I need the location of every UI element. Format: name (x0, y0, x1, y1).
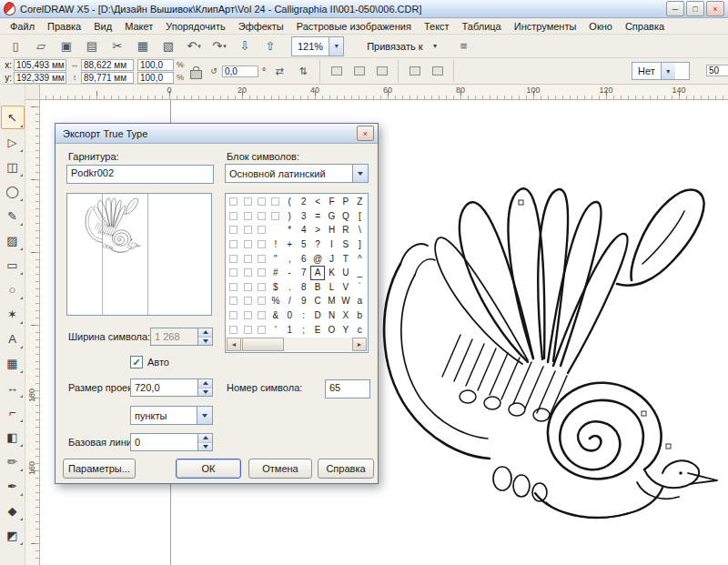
char-cell[interactable]: \ (353, 223, 367, 237)
baseline-spinner[interactable]: 0 (130, 433, 213, 451)
char-cell[interactable]: $ (268, 280, 282, 295)
char-cell[interactable]: 4 (297, 223, 310, 237)
spin-up-icon[interactable] (198, 328, 212, 338)
char-number-input[interactable]: 65 (325, 379, 370, 399)
char-cell[interactable]: D (310, 308, 324, 323)
char-cell[interactable]: @ (310, 251, 324, 266)
outline-pen-tool[interactable]: ✒ (1, 474, 25, 498)
chevron-down-icon[interactable]: ▾ (429, 37, 442, 55)
char-grid-scrollbar[interactable]: ◄ ► (227, 338, 367, 351)
ellipse-tool[interactable]: ○ (1, 277, 25, 301)
export-button[interactable]: ⇧ (258, 35, 282, 57)
char-cell[interactable]: Z (353, 195, 367, 209)
scroll-right-button[interactable]: ► (352, 338, 367, 351)
char-cell[interactable]: 7 (297, 266, 310, 280)
fill-tool[interactable]: ◆ (1, 499, 25, 522)
copy-button[interactable]: ▦ (131, 35, 155, 57)
menu-item-1[interactable]: Файл (4, 19, 41, 34)
char-cell[interactable] (255, 322, 268, 337)
char-cell[interactable]: 6 (297, 251, 310, 266)
char-cell[interactable]: H (325, 223, 339, 237)
connector-tool[interactable]: ⌐ (1, 400, 25, 424)
char-cell[interactable] (240, 308, 254, 323)
rectangle-tool[interactable]: ▭ (1, 253, 25, 277)
char-cell[interactable] (227, 294, 240, 308)
char-cell[interactable]: F (325, 195, 339, 209)
char-cell[interactable]: O (325, 322, 339, 337)
char-cell[interactable]: P (339, 195, 352, 209)
char-cell[interactable]: J (325, 251, 339, 266)
char-cell[interactable] (240, 195, 254, 209)
dialog-title-bar[interactable]: Экспорт True Type × (56, 124, 378, 144)
menu-item-9[interactable]: Таблица (456, 19, 508, 34)
menu-item-4[interactable]: Макет (118, 19, 159, 34)
char-cell[interactable]: c (353, 322, 367, 337)
misc-icon-button[interactable] (428, 62, 447, 81)
char-cell[interactable] (227, 209, 240, 224)
scroll-left-button[interactable]: ◄ (227, 338, 241, 351)
char-cell[interactable]: M (325, 294, 339, 308)
char-cell[interactable]: _ (353, 266, 367, 280)
edge-field[interactable]: 50 (706, 65, 728, 76)
char-cell[interactable]: ] (353, 237, 367, 252)
char-cell[interactable]: ^ (353, 251, 367, 266)
char-cell[interactable]: ` (353, 280, 367, 295)
crop-tool[interactable]: ◫ (1, 155, 25, 178)
menu-item-3[interactable]: Вид (87, 19, 118, 34)
spin-down-icon[interactable] (198, 338, 212, 346)
char-cell[interactable] (255, 308, 268, 323)
char-cell[interactable]: ! (268, 237, 282, 252)
char-cell[interactable]: / (283, 294, 297, 308)
char-cell[interactable]: " (268, 251, 282, 266)
checkbox-check-icon[interactable]: ✓ (130, 356, 143, 368)
object-height-field[interactable]: 89,771 мм (81, 72, 134, 84)
open-button[interactable]: ▱ (29, 35, 53, 57)
paste-button[interactable]: ▧ (157, 35, 180, 57)
char-cell[interactable]: 5 (297, 237, 310, 252)
char-cell[interactable] (240, 266, 254, 280)
object-width-field[interactable]: 88,622 мм (81, 59, 134, 71)
cancel-button[interactable]: Отмена (248, 459, 312, 479)
char-cell[interactable]: N (325, 308, 339, 323)
char-cell[interactable]: A (310, 266, 324, 280)
y-position-field[interactable]: 192,339 мм (14, 72, 66, 84)
scale-x-field[interactable]: 100,0 (137, 59, 174, 71)
char-cell[interactable] (227, 251, 240, 266)
char-cell[interactable]: 8 (297, 280, 310, 295)
interactive-fill-tool[interactable]: ◩ (1, 523, 25, 547)
char-cell[interactable]: ( (283, 195, 297, 209)
char-cell[interactable]: ) (283, 209, 297, 224)
char-cell[interactable] (227, 195, 240, 209)
menu-item-11[interactable]: Окно (582, 19, 619, 34)
pick-tool[interactable]: ↖ (1, 106, 25, 129)
h-ruler[interactable]: 020406080100120140 (40, 85, 728, 100)
close-button[interactable]: × (706, 1, 724, 16)
chevron-down-icon[interactable]: ▾ (329, 37, 343, 55)
char-cell[interactable] (227, 308, 240, 323)
spin-up-icon[interactable] (198, 434, 212, 443)
char-cell[interactable]: V (339, 280, 352, 295)
char-cell[interactable]: ? (310, 237, 324, 252)
char-cell[interactable]: % (268, 294, 282, 308)
char-cell[interactable]: 0 (283, 308, 297, 323)
misc-icon-button[interactable] (349, 62, 369, 81)
lock-ratio-icon[interactable] (190, 70, 202, 79)
char-cell[interactable] (227, 280, 240, 295)
chevron-down-icon[interactable]: ▾ (197, 43, 201, 50)
dialog-close-button[interactable]: × (357, 126, 374, 141)
menu-item-2[interactable]: Правка (41, 19, 87, 34)
char-cell[interactable]: . (283, 280, 297, 295)
char-cell[interactable] (268, 223, 282, 237)
char-cell[interactable]: W (339, 294, 352, 308)
char-cell[interactable] (227, 322, 240, 337)
char-cell[interactable]: 9 (297, 294, 310, 308)
snap-to-combo[interactable]: Привязать к ▾ (360, 36, 442, 56)
project-size-spinner[interactable]: 720,0 (130, 378, 213, 397)
char-cell[interactable]: K (325, 266, 339, 280)
char-cell[interactable] (240, 251, 254, 266)
symbol-block-select[interactable]: Основной латинский (225, 164, 369, 183)
char-cell[interactable]: E (310, 322, 324, 337)
char-cell[interactable] (227, 266, 240, 280)
scroll-thumb[interactable] (242, 338, 284, 351)
spin-down-icon[interactable] (198, 388, 212, 397)
